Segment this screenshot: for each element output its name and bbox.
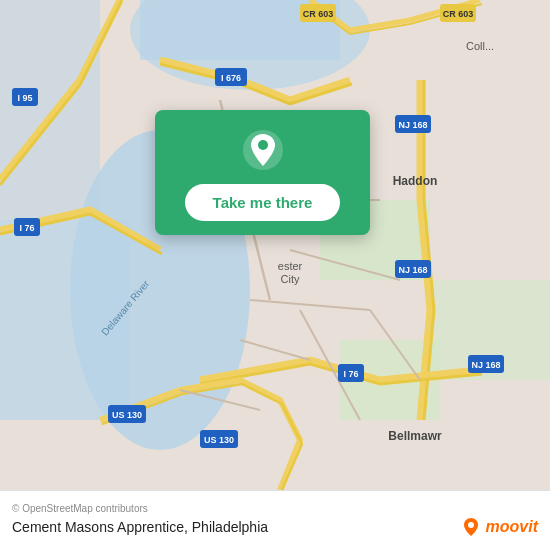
svg-text:US 130: US 130 <box>204 435 234 445</box>
svg-text:I 95: I 95 <box>17 93 32 103</box>
svg-text:NJ 168: NJ 168 <box>471 360 500 370</box>
svg-text:NJ 168: NJ 168 <box>398 120 427 130</box>
moovit-logo: moovit <box>460 516 538 538</box>
svg-point-47 <box>468 522 474 528</box>
svg-text:CR 603: CR 603 <box>443 9 474 19</box>
map-svg: I 95 I 76 I 676 NJ 168 NJ 168 NJ 168 CR … <box>0 0 550 490</box>
svg-text:US 130: US 130 <box>112 410 142 420</box>
svg-point-46 <box>258 140 268 150</box>
svg-text:CR 603: CR 603 <box>303 9 334 19</box>
svg-text:I 76: I 76 <box>19 223 34 233</box>
svg-text:City: City <box>281 273 300 285</box>
location-name: Cement Masons Apprentice, Philadelphia <box>12 519 268 535</box>
svg-text:Coll...: Coll... <box>466 40 494 52</box>
svg-text:NJ 168: NJ 168 <box>398 265 427 275</box>
location-card: Take me there <box>155 110 370 235</box>
svg-text:Haddon: Haddon <box>393 174 438 188</box>
take-me-there-button[interactable]: Take me there <box>185 184 341 221</box>
copyright-text: © OpenStreetMap contributors <box>12 503 538 514</box>
svg-text:I 76: I 76 <box>343 369 358 379</box>
map-pin-icon <box>241 128 285 172</box>
svg-rect-3 <box>0 0 100 220</box>
moovit-pin-icon <box>460 516 482 538</box>
map-area: I 95 I 76 I 676 NJ 168 NJ 168 NJ 168 CR … <box>0 0 550 490</box>
moovit-label: moovit <box>486 518 538 536</box>
bottom-bar: © OpenStreetMap contributors Cement Maso… <box>0 490 550 550</box>
location-info: Cement Masons Apprentice, Philadelphia m… <box>12 516 538 538</box>
svg-text:Bellmawr: Bellmawr <box>388 429 442 443</box>
svg-text:ester: ester <box>278 260 303 272</box>
svg-text:I 676: I 676 <box>221 73 241 83</box>
